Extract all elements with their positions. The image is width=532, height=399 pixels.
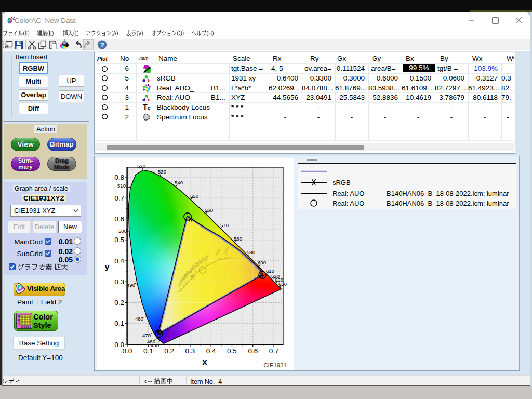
svg-text:0.6: 0.6 [248, 347, 258, 355]
svg-text:0.8: 0.8 [18, 315, 21, 317]
svg-text:?: ? [100, 41, 104, 49]
svg-text:0.4: 0.4 [206, 347, 216, 355]
svg-text:0.3: 0.3 [114, 278, 124, 286]
svg-text:0.2: 0.2 [164, 347, 174, 355]
svg-text:0.4: 0.4 [114, 257, 124, 265]
svg-text:540: 540 [175, 180, 183, 185]
svg-text:590: 590 [247, 249, 255, 255]
svg-text:CIE1931: CIE1931 [263, 362, 287, 368]
svg-text:560: 560 [205, 207, 213, 213]
svg-text:490: 490 [127, 282, 135, 288]
svg-text:0.6: 0.6 [18, 318, 21, 321]
svg-text:0.8: 0.8 [114, 174, 124, 181]
svg-text:0.5: 0.5 [227, 347, 237, 355]
svg-text:0.7: 0.7 [269, 347, 279, 355]
svg-text:530: 530 [158, 169, 166, 175]
svg-text:0.2: 0.2 [114, 299, 124, 307]
svg-text:510: 510 [117, 183, 126, 189]
svg-text:650: 650 [278, 281, 287, 287]
svg-text:0.0: 0.0 [114, 341, 124, 349]
svg-text:0.1: 0.1 [143, 347, 153, 355]
svg-text:0.3: 0.3 [185, 347, 195, 355]
svg-text:470: 470 [142, 332, 151, 338]
svg-text:0.1: 0.1 [114, 320, 124, 327]
svg-text:520: 520 [137, 163, 145, 169]
svg-text:500: 500 [118, 228, 127, 234]
svg-text:0.2 0.4 0.6: 0.2 0.4 0.6 [21, 326, 31, 328]
svg-text:0.4: 0.4 [18, 322, 21, 325]
svg-text:y: y [104, 262, 110, 272]
svg-text:0.5: 0.5 [114, 236, 124, 244]
svg-text:460: 460 [147, 339, 155, 344]
svg-text:x: x [202, 357, 207, 367]
svg-text:600: 600 [258, 260, 266, 265]
svg-text:570: 570 [220, 222, 229, 228]
svg-text:0.6: 0.6 [114, 215, 124, 223]
svg-text:550: 550 [190, 193, 198, 199]
svg-text:580: 580 [234, 236, 242, 242]
svg-text:480: 480 [135, 316, 143, 322]
svg-text:AC: AC [10, 17, 15, 20]
svg-text:0.7: 0.7 [114, 194, 124, 202]
